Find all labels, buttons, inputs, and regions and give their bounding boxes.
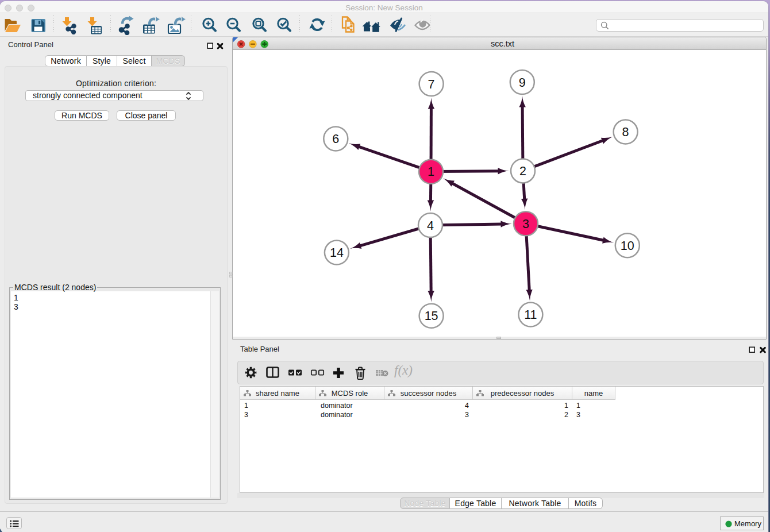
- svg-text:8: 8: [622, 125, 629, 139]
- svg-text:10: 10: [621, 239, 634, 253]
- svg-text:4: 4: [427, 219, 434, 233]
- svg-text:3: 3: [522, 217, 529, 231]
- svg-text:15: 15: [425, 309, 438, 323]
- svg-text:7: 7: [428, 78, 435, 91]
- svg-text:6: 6: [332, 132, 339, 146]
- svg-text:11: 11: [524, 308, 537, 322]
- svg-text:14: 14: [330, 246, 344, 260]
- svg-text:2: 2: [519, 164, 526, 178]
- svg-text:1: 1: [428, 165, 434, 179]
- svg-text:9: 9: [519, 76, 526, 90]
